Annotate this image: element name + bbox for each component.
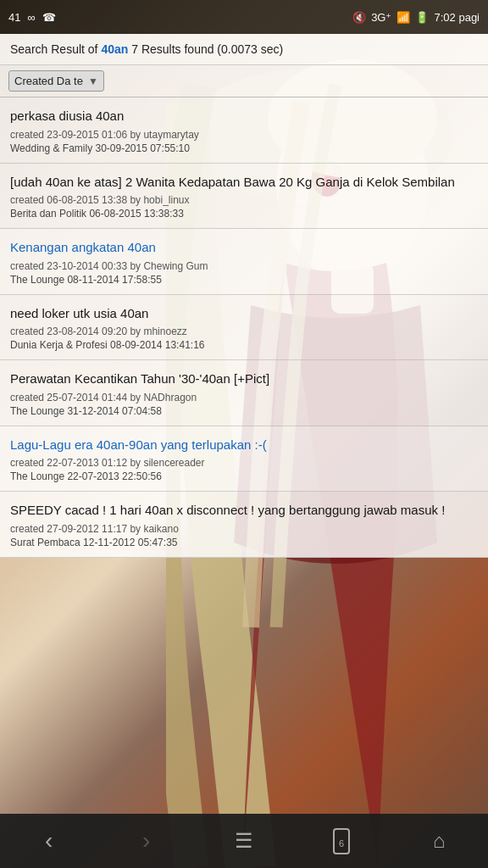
- list-item[interactable]: Kenangan angkatan 40an created 23-10-201…: [0, 229, 488, 295]
- result-meta: created 22-07-2013 01:12 by silencereade…: [10, 455, 478, 470]
- status-battery: 🔋: [415, 11, 429, 24]
- forward-button[interactable]: ›: [121, 820, 172, 862]
- status-mute: 🔇: [352, 11, 366, 24]
- result-category: The Lounge 31-12-2014 07:04:58: [10, 405, 478, 417]
- result-meta: created 23-09-2015 01:06 by utaymarytay: [10, 127, 478, 142]
- result-title[interactable]: Lagu-Lagu era 40an-90an yang terlupakan …: [10, 437, 478, 453]
- back-icon: ‹: [45, 827, 53, 854]
- tab-count-badge: 6: [339, 838, 344, 849]
- home-icon: ⌂: [433, 829, 446, 853]
- result-meta: created 25-07-2014 01:44 by NADhragon: [10, 390, 478, 405]
- home-button[interactable]: ⌂: [413, 820, 464, 862]
- result-category: The Lounge 08-11-2014 17:58:55: [10, 274, 478, 286]
- status-bar: 41 ∞ ☎ 🔇 3G⁺ 📶 🔋 7:02 pagi: [0, 0, 488, 34]
- status-left: 41 ∞ ☎: [8, 11, 56, 24]
- menu-icon: ☰: [235, 829, 253, 853]
- list-item[interactable]: SPEEDY cacad ! 1 hari 40an x disconnect …: [0, 492, 488, 558]
- forward-icon: ›: [142, 827, 150, 854]
- result-title[interactable]: [udah 40an ke atas] 2 Wanita Kedapatan B…: [10, 174, 478, 191]
- tabs-icon: 6: [333, 828, 350, 854]
- result-meta: created 23-10-2014 00:33 by Chewing Gum: [10, 259, 478, 274]
- status-icon-bbm: ☎: [42, 11, 56, 24]
- search-suffix: 7 Results found (0.0073 sec): [128, 42, 283, 56]
- status-signal: 📶: [396, 11, 410, 24]
- result-title[interactable]: SPEEDY cacad ! 1 hari 40an x disconnect …: [10, 502, 478, 519]
- search-keyword: 40an: [101, 42, 128, 56]
- result-title[interactable]: Perawatan Kecantikan Tahun '30-'40an [+P…: [10, 370, 478, 387]
- bottom-navigation: ‹ › ☰ 6 ⌂: [0, 814, 488, 868]
- list-item[interactable]: Lagu-Lagu era 40an-90an yang terlupakan …: [0, 426, 488, 492]
- sort-dropdown[interactable]: Created Da te ▼: [8, 70, 104, 92]
- status-network: 3G⁺: [371, 11, 391, 24]
- sort-label: Created Da te: [14, 75, 83, 87]
- sort-bar: Created Da te ▼: [0, 65, 488, 97]
- status-time: 7:02 pagi: [434, 11, 480, 24]
- result-category: Surat Pembaca 12-11-2012 05:47:35: [10, 537, 478, 548]
- result-meta: created 23-08-2014 09:20 by mhinoezz: [10, 324, 478, 339]
- result-meta: created 27-09-2012 11:17 by kaikano: [10, 521, 478, 537]
- status-right: 🔇 3G⁺ 📶 🔋 7:02 pagi: [352, 11, 480, 24]
- search-result-bar: Search Result of 40an 7 Results found (0…: [0, 34, 488, 65]
- result-category: Dunia Kerja & Profesi 08-09-2014 13:41:1…: [10, 339, 478, 351]
- status-icon-infinity: ∞: [27, 11, 35, 24]
- list-item[interactable]: [udah 40an ke atas] 2 Wanita Kedapatan B…: [0, 164, 488, 230]
- result-title[interactable]: perkasa diusia 40an: [10, 108, 478, 125]
- chevron-down-icon: ▼: [88, 75, 98, 87]
- result-category: The Lounge 22-07-2013 22:50:56: [10, 470, 478, 482]
- result-title[interactable]: need loker utk usia 40an: [10, 305, 478, 322]
- list-item[interactable]: need loker utk usia 40an created 23-08-2…: [0, 295, 488, 361]
- result-category: Wedding & Family 30-09-2015 07:55:10: [10, 142, 478, 154]
- result-title[interactable]: Kenangan angkatan 40an: [10, 239, 478, 256]
- back-button[interactable]: ‹: [24, 820, 75, 862]
- status-icon-41: 41: [8, 11, 20, 24]
- list-item[interactable]: Perawatan Kecantikan Tahun '30-'40an [+P…: [0, 360, 488, 426]
- search-prefix: Search Result of: [10, 42, 101, 56]
- results-list: perkasa diusia 40an created 23-09-2015 0…: [0, 97, 488, 558]
- result-category: Berita dan Politik 06-08-2015 13:38:33: [10, 208, 478, 220]
- tabs-button[interactable]: 6: [316, 820, 367, 862]
- result-meta: created 06-08-2015 13:38 by hobi_linux: [10, 192, 478, 208]
- list-item[interactable]: perkasa diusia 40an created 23-09-2015 0…: [0, 97, 488, 164]
- menu-button[interactable]: ☰: [219, 820, 269, 862]
